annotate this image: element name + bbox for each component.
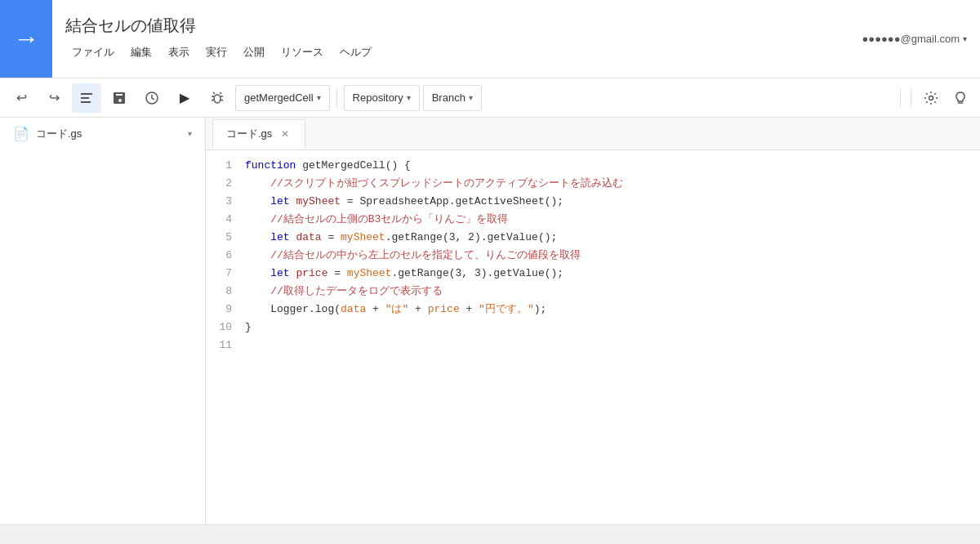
function-dropdown-label: getMergedCell [244, 91, 314, 104]
repository-dropdown-label: Repository [353, 91, 403, 104]
main-area: 📄 コード.gs ▾ コード.gs ✕ 1 2 3 4 5 6 7 8 9 [0, 118, 980, 524]
menu-publish[interactable]: 公開 [237, 42, 271, 63]
svg-point-4 [214, 95, 220, 103]
code-line-3: let mySheet = SpreadsheetApp.getActiveSh… [245, 193, 967, 211]
settings-button[interactable] [918, 85, 944, 111]
history-button[interactable] [137, 83, 167, 113]
editor-area: コード.gs ✕ 1 2 3 4 5 6 7 8 9 10 11 functio… [206, 118, 980, 524]
sidebar-file-name: コード.gs [36, 127, 181, 141]
branch-dropdown-arrow: ▾ [469, 93, 473, 102]
app-header: → 結合セルの値取得 ファイル 編集 表示 実行 公開 リソース ヘルプ ●●●… [0, 0, 980, 78]
code-line-2: //スクリプトが紐づくスプレッドシートのアクティブなシートを読み込む [245, 175, 967, 193]
editor-tab-code-gs[interactable]: コード.gs ✕ [212, 119, 305, 149]
user-chevron-icon: ▾ [963, 34, 967, 43]
toolbar-separator-2 [900, 88, 901, 108]
branch-dropdown[interactable]: Branch ▾ [423, 85, 482, 111]
redo-button[interactable]: ↪ [39, 83, 69, 113]
svg-line-9 [212, 100, 214, 100]
code-line-7: let price = mySheet.getRange(3, 3).getVa… [245, 265, 967, 283]
toolbar-separator-1 [336, 88, 337, 108]
code-line-10: } [245, 319, 967, 337]
toolbar: ↩ ↪ ▶ getMergedCell ▾ [0, 78, 980, 118]
user-email: ●●●●●●@gmail.com [862, 33, 960, 45]
menu-view[interactable]: 表示 [162, 42, 196, 63]
repository-dropdown-arrow: ▾ [407, 93, 411, 102]
code-line-9: Logger.log(data + "は" + price + "円です。"); [245, 301, 967, 319]
sidebar-file-item[interactable]: 📄 コード.gs ▾ [0, 118, 205, 149]
code-line-11 [245, 337, 967, 354]
code-line-5: let data = mySheet.getRange(3, 2).getVal… [245, 229, 967, 247]
editor-tab-label: コード.gs [226, 127, 272, 141]
line-numbers: 1 2 3 4 5 6 7 8 9 10 11 [206, 157, 245, 518]
undo-button[interactable]: ↩ [7, 83, 36, 113]
code-editor[interactable]: 1 2 3 4 5 6 7 8 9 10 11 function getMerg… [206, 150, 980, 524]
menu-file[interactable]: ファイル [65, 42, 121, 63]
menu-bar: ファイル 編集 表示 実行 公開 リソース ヘルプ [65, 42, 862, 63]
code-line-1: function getMergedCell() { [245, 157, 967, 175]
svg-point-11 [929, 96, 933, 100]
function-dropdown[interactable]: getMergedCell ▾ [235, 85, 330, 111]
function-dropdown-arrow: ▾ [317, 93, 321, 102]
sidebar: 📄 コード.gs ▾ [0, 118, 206, 524]
file-icon: 📄 [13, 126, 29, 141]
svg-rect-2 [81, 101, 91, 103]
footer [0, 524, 980, 544]
menu-run[interactable]: 実行 [199, 42, 234, 63]
user-area[interactable]: ●●●●●●@gmail.com ▾ [862, 0, 980, 78]
repository-dropdown[interactable]: Repository ▾ [344, 85, 420, 111]
format-button[interactable] [72, 83, 101, 113]
tab-close-button[interactable]: ✕ [278, 127, 292, 140]
logo-area: → [0, 0, 52, 78]
branch-dropdown-label: Branch [432, 91, 466, 104]
svg-rect-1 [81, 97, 89, 99]
file-chevron-icon: ▾ [188, 129, 192, 138]
lightbulb-button[interactable] [947, 85, 973, 111]
menu-help[interactable]: ヘルプ [333, 42, 378, 63]
svg-rect-0 [81, 93, 92, 95]
app-title: 結合セルの値取得 [65, 15, 862, 37]
run-button[interactable]: ▶ [170, 83, 199, 113]
logo-icon: → [13, 24, 39, 54]
toolbar-separator-3 [911, 88, 911, 108]
save-button[interactable] [105, 83, 134, 113]
menu-resources[interactable]: リソース [274, 42, 330, 63]
editor-tabs: コード.gs ✕ [206, 118, 980, 150]
debug-button[interactable] [203, 83, 232, 113]
menu-edit[interactable]: 編集 [124, 42, 158, 63]
code-content[interactable]: function getMergedCell() { //スクリプトが紐づくスプ… [245, 157, 980, 518]
code-line-6: //結合セルの中から左上のセルを指定して、りんごの値段を取得 [245, 247, 967, 265]
code-line-4: //結合セルの上側のB3セルから「りんご」を取得 [245, 211, 967, 229]
code-line-8: //取得したデータをログで表示する [245, 283, 967, 301]
svg-line-5 [213, 92, 215, 94]
svg-line-6 [220, 92, 221, 94]
title-nav: 結合セルの値取得 ファイル 編集 表示 実行 公開 リソース ヘルプ [52, 0, 862, 78]
svg-line-10 [220, 100, 223, 100]
